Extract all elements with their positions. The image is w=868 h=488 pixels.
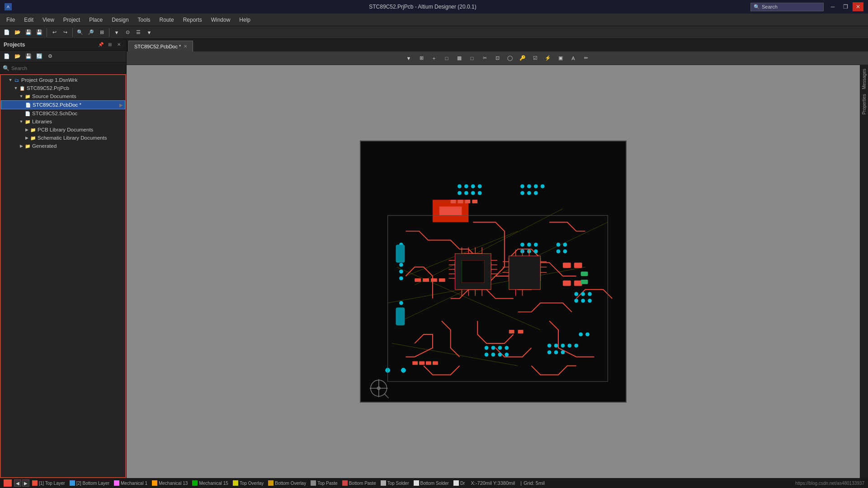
panel-title: Projects [4,42,25,48]
layer-bottom[interactable]: [2] Bottom Layer [70,480,109,486]
tree-source-docs[interactable]: ▼ 📁 Source Documents [1,92,125,100]
panel-toolbar-new[interactable]: 📄 [2,52,12,61]
menu-design[interactable]: Design [107,15,133,25]
layer-dr[interactable]: Dr [453,480,465,486]
layer-top-paste[interactable]: Top Paste [311,480,337,486]
title-search-box[interactable]: 🔍 Search [750,3,824,11]
pcb-traces-svg [361,141,626,402]
panel-close-button[interactable]: ✕ [115,41,123,48]
toolbar-extra1[interactable]: ▼ [112,28,122,38]
menu-reports[interactable]: Reports [179,15,207,25]
toolbar-separator-2 [72,28,73,37]
toolbar-open[interactable]: 📂 [13,28,23,38]
toolbar-extra4[interactable]: ▼ [144,28,154,38]
menu-view[interactable]: View [38,15,59,25]
bottom-layer-label: [2] Bottom Layer [76,481,109,486]
tree-project[interactable]: ▼ 📋 STC89C52.PrjPcb [1,84,125,92]
canvas-tool-grid[interactable]: ▦ [454,53,465,64]
canvas-tool-circle[interactable]: ◯ [505,53,515,64]
tree-sch-lib[interactable]: ▶ 📁 Schematic Library Documents [1,134,125,142]
panel-search-box[interactable]: 🔍 [0,62,126,74]
canvas-tool-rect[interactable]: □ [441,53,452,64]
layer-top-solder[interactable]: Top Solder [381,480,409,486]
tree-pcb-doc[interactable]: 📄 STC89C52.PcbDoc * ▶ [1,100,125,109]
layer-bot-solder[interactable]: Bottom Solder [414,480,449,486]
canvas-tool-select[interactable]: ⊞ [416,53,427,64]
canvas-tool-box[interactable]: □ [467,53,477,64]
panel-pin-button[interactable]: 📌 [97,41,104,48]
svg-rect-85 [412,361,418,365]
toolbar-extra3[interactable]: ☰ [133,28,143,38]
layer-mech1[interactable]: Mechanical 1 [114,480,147,486]
restore-button[interactable]: ❐ [840,2,851,11]
toolbar-redo[interactable]: ↪ [60,28,70,38]
status-bar: ◀ ▶ [1] Top Layer [2] Bottom Layer Mecha… [0,478,868,488]
tree-pcb-lib[interactable]: ▶ 📁 PCB Library Documents [1,126,125,134]
canvas-tool-3d[interactable]: ▣ [555,53,566,64]
layer-bot-paste[interactable]: Bottom Paste [342,480,376,486]
layer-mech13[interactable]: Mechanical 13 [152,480,188,486]
menu-route[interactable]: Route [155,15,179,25]
properties-panel-label[interactable]: Properties [861,92,868,117]
mech15-color [192,480,198,486]
pcb-canvas[interactable] [127,65,860,478]
menu-file[interactable]: File [2,15,19,25]
panel-toolbar-settings[interactable]: ⚙ [45,52,55,61]
layer-top[interactable]: [1] Top Layer [32,480,65,486]
toolbar-new[interactable]: 📄 [2,28,12,38]
libraries-label: Libraries [32,119,52,124]
canvas-tool-measure[interactable]: ⊡ [492,53,503,64]
layer-next-button[interactable]: ▶ [22,479,29,487]
canvas-tool-drc[interactable]: ⚡ [542,53,553,64]
tab-close-icon[interactable]: ✕ [184,44,187,49]
svg-point-21 [534,191,538,195]
canvas-tool-check[interactable]: ☑ [530,53,541,64]
svg-rect-91 [396,244,405,263]
menu-place[interactable]: Place [85,15,107,25]
status-coords: X:-720mil Y:3380mil [471,480,515,486]
menu-window[interactable]: Window [207,15,235,25]
toolbar-undo[interactable]: ↩ [49,28,59,38]
tree-libraries[interactable]: ▼ 📁 Libraries [1,117,125,126]
tree-project-group[interactable]: ▼ 🗂 Project Group 1.DsnWrk [1,76,125,84]
canvas-tool-key[interactable]: 🔑 [517,53,528,64]
toolbar-zoom-out[interactable]: 🔎 [86,28,96,38]
svg-point-10 [478,184,481,188]
panel-maximize-button[interactable]: ⊞ [106,41,113,48]
close-button[interactable]: ✕ [853,2,863,11]
layer-bot-overlay[interactable]: Bottom Overlay [268,480,306,486]
menu-project[interactable]: Project [59,15,85,25]
canvas-tool-draw[interactable]: ✏ [580,53,591,64]
toolbar-zoom-in[interactable]: 🔍 [75,28,85,38]
tab-pcbdoc[interactable]: STC89C52.PcbDoc * ✕ [128,41,193,52]
svg-point-42 [581,292,585,296]
layer-top-overlay[interactable]: Top Overlay [233,480,264,486]
svg-rect-74 [574,263,582,268]
menu-tools[interactable]: Tools [133,15,155,25]
layer-mech15[interactable]: Mechanical 15 [192,480,228,486]
toolbar-fit[interactable]: ⊞ [97,28,107,38]
main-content: Projects 📌 ⊞ ✕ 📄 📂 💾 🔄 ⚙ 🔍 ▼ 🗂 Project G… [0,39,868,478]
canvas-tool-add[interactable]: + [429,53,439,64]
panel-toolbar-refresh[interactable]: 🔄 [34,52,44,61]
project-icon: 📋 [19,85,25,91]
menubar: File Edit View Project Place Design Tool… [0,14,868,26]
menu-help[interactable]: Help [235,15,255,25]
toolbar-save[interactable]: 💾 [24,28,33,38]
layer-prev-button[interactable]: ◀ [14,479,21,487]
minimize-button[interactable]: ─ [827,2,838,11]
canvas-tool-text[interactable]: A [568,53,579,64]
toolbar-save-all[interactable]: 💾 [34,28,44,38]
panel-toolbar-open[interactable]: 📂 [13,52,23,61]
panel-toolbar-save[interactable]: 💾 [24,52,33,61]
svg-point-13 [471,191,475,195]
tree-sch-doc[interactable]: 📄 STC89C52.SchDoc [1,109,125,117]
canvas-tool-cut[interactable]: ✂ [479,53,490,64]
toolbar-extra2[interactable]: ⊙ [123,28,132,38]
tree-generated[interactable]: ▶ 📁 Generated [1,142,125,150]
canvas-tool-filter[interactable]: ▼ [403,53,414,64]
messages-panel-label[interactable]: Messages [861,67,868,91]
menu-edit[interactable]: Edit [19,15,38,25]
panel-search-input[interactable] [11,66,123,71]
svg-point-52 [491,353,495,357]
